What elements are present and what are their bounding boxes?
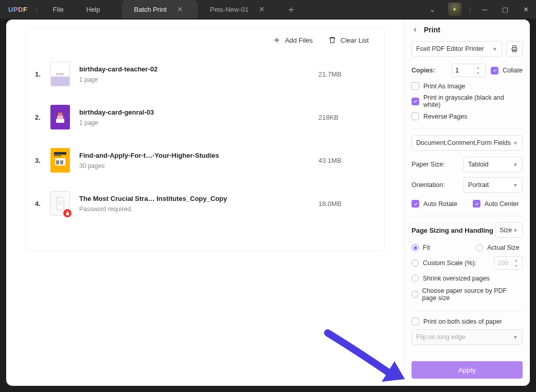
svg-rect-10 <box>58 201 63 202</box>
chevron-down-icon: ▼ <box>492 46 497 52</box>
file-name: birthday-card-teacher-02 <box>79 65 318 73</box>
add-files-button[interactable]: Add Files <box>273 36 313 44</box>
close-icon[interactable]: ✕ <box>177 5 183 13</box>
print-panel: Print Foxit PDF Editor Printer▼ Copies: … <box>404 20 530 386</box>
svg-point-3 <box>60 112 61 113</box>
divider: | <box>35 6 37 13</box>
step-up-icon[interactable]: ▲ <box>512 257 520 263</box>
file-row[interactable]: 3. Find-and-Apply-For-t…-Your-Higher-Stu… <box>35 139 375 182</box>
row-index: 1. <box>35 70 47 78</box>
paper-source-radio[interactable]: Choose paper source by PDF page size <box>412 287 523 302</box>
menu-help[interactable]: Help <box>75 6 112 13</box>
chevron-down-icon: ▼ <box>513 162 518 167</box>
flip-select[interactable]: Flip on long edge▼ <box>412 329 523 345</box>
row-index: 3. <box>35 157 47 164</box>
file-pages: 1 page <box>79 119 318 126</box>
tab-label: Batch Print <box>134 6 167 13</box>
clear-list-button[interactable]: Clear List <box>328 36 369 44</box>
svg-rect-9 <box>60 160 63 164</box>
collate-checkbox[interactable]: Collate <box>491 67 523 74</box>
file-thumbnail: PDF <box>50 62 70 86</box>
file-name: The Most Crucial Stra… Institutes_Copy_C… <box>79 195 318 202</box>
copies-label: Copies: <box>412 67 452 74</box>
chevron-down-icon: ▼ <box>513 182 518 188</box>
lock-icon <box>63 209 72 217</box>
orientation-select[interactable]: Portrait▼ <box>463 177 523 193</box>
trash-icon <box>328 36 336 44</box>
reverse-pages-checkbox[interactable]: Reverse Pages <box>412 113 523 120</box>
svg-rect-5 <box>54 152 66 155</box>
file-thumbnail <box>50 191 70 216</box>
tab-label: Pets-New-01 <box>210 6 248 13</box>
both-sides-checkbox[interactable]: Print on both sides of paper <box>412 318 523 325</box>
file-pages: 1 page <box>79 76 318 83</box>
step-down-icon[interactable]: ▼ <box>474 70 482 76</box>
file-list-panel: Add Files Clear List 1. PDF birthday-car… <box>6 20 404 386</box>
menu-file[interactable]: File <box>42 6 75 13</box>
svg-rect-0 <box>56 119 64 123</box>
copies-input[interactable] <box>452 67 474 74</box>
svg-point-2 <box>58 113 59 114</box>
file-row[interactable]: 4. The Most Crucial Stra… Institutes_Cop… <box>35 182 375 225</box>
auto-center-checkbox[interactable]: Auto Center <box>473 200 519 208</box>
svg-rect-15 <box>513 50 516 52</box>
step-down-icon[interactable]: ▼ <box>512 263 520 269</box>
dropdown-icon[interactable]: ⌄ <box>422 0 443 18</box>
divider: | <box>467 6 474 13</box>
apply-button[interactable]: Apply <box>412 361 523 379</box>
file-size: 43.1MB <box>318 157 375 164</box>
svg-rect-1 <box>57 116 63 119</box>
file-size: 21.7MB <box>318 70 375 78</box>
new-tab-button[interactable]: ＋ <box>279 0 303 18</box>
print-title: Print <box>424 26 440 34</box>
chevron-down-icon: ▼ <box>513 228 518 233</box>
actual-size-radio[interactable]: Actual Size <box>476 244 523 251</box>
file-pages: 30 pages <box>79 162 318 170</box>
svg-rect-6 <box>54 155 61 156</box>
row-index: 2. <box>35 114 47 121</box>
print-as-image-checkbox[interactable]: Print As Image <box>412 82 523 90</box>
printer-icon <box>510 45 519 53</box>
sizing-mode-select[interactable]: Size▼ <box>495 222 523 238</box>
custom-scale-radio[interactable]: Custom Scale (%): <box>412 259 476 267</box>
custom-scale-stepper[interactable]: ▲▼ <box>494 256 523 270</box>
custom-scale-input[interactable] <box>494 259 512 267</box>
close-icon[interactable]: ✕ <box>259 5 265 13</box>
print-header: Print <box>412 26 523 34</box>
file-name: birthday-card-genral-03 <box>79 108 318 116</box>
maximize-button[interactable]: ▢ <box>495 0 515 18</box>
file-row[interactable]: 1. PDF birthday-card-teacher-02 1 page 2… <box>35 52 375 96</box>
file-toolbar: Add Files Clear List <box>26 29 384 47</box>
fit-radio[interactable]: Fit <box>412 244 476 251</box>
shrink-radio[interactable]: Shrink oversized pages <box>412 275 523 282</box>
row-index: 4. <box>35 200 47 208</box>
document-content-select[interactable]: Document,Comment,Form Fields▼ <box>412 135 523 151</box>
svg-rect-14 <box>513 46 516 48</box>
plus-icon <box>273 36 281 44</box>
chevron-down-icon: ▼ <box>513 334 518 340</box>
printer-select[interactable]: Foxit PDF Editor Printer▼ <box>412 41 502 57</box>
tab-pets[interactable]: Pets-New-01 ✕ <box>198 0 279 18</box>
file-size: 18.0MB <box>318 200 375 208</box>
tab-strip: Batch Print ✕ Pets-New-01 ✕ ＋ <box>122 0 303 18</box>
svg-rect-11 <box>58 203 63 204</box>
step-up-icon[interactable]: ▲ <box>474 65 482 70</box>
tab-batch-print[interactable]: Batch Print ✕ <box>122 0 198 18</box>
file-thumbnail <box>50 148 70 173</box>
minimize-button[interactable]: ─ <box>474 0 495 18</box>
printer-settings-button[interactable] <box>506 41 523 57</box>
close-button[interactable]: ✕ <box>515 0 536 18</box>
paper-size-select[interactable]: Tabloid▼ <box>463 157 523 172</box>
copies-stepper[interactable]: ▲▼ <box>452 64 486 77</box>
auto-rotate-checkbox[interactable]: Auto Rotate <box>412 200 457 208</box>
file-row[interactable]: 2. birthday-card-genral-03 1 page 218KB <box>35 96 375 139</box>
svg-rect-12 <box>58 205 61 206</box>
file-list: 1. PDF birthday-card-teacher-02 1 page 2… <box>26 47 384 230</box>
app-logo: UPDF <box>0 6 35 13</box>
annotation-arrow <box>320 328 413 386</box>
premium-icon[interactable]: ✦ <box>448 3 461 16</box>
back-icon[interactable] <box>412 26 419 33</box>
workspace: Add Files Clear List 1. PDF birthday-car… <box>6 20 530 386</box>
grayscale-checkbox[interactable]: Print in grayscale (black and white) <box>412 94 523 108</box>
file-name: Find-and-Apply-For-t…-Your-Higher-Studie… <box>79 152 318 159</box>
